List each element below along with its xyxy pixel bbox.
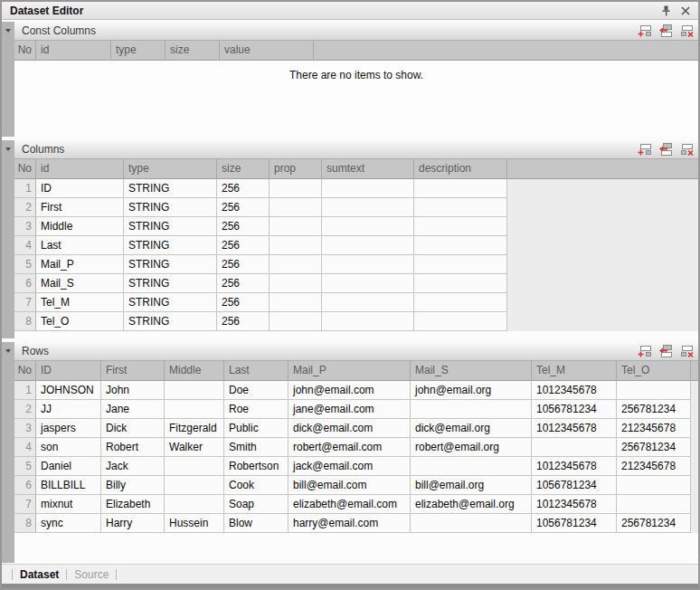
table-cell-tel-o[interactable]: 256781234 — [617, 438, 691, 457]
table-row[interactable]: 7 Tel_M STRING 256 — [14, 293, 698, 312]
table-cell-description[interactable] — [414, 312, 507, 331]
table-cell-mail-s[interactable]: bill@email.org — [411, 476, 532, 495]
table-cell-first[interactable]: Billy — [101, 476, 165, 495]
table-cell-id[interactable]: Tel_O — [36, 312, 124, 331]
table-cell-middle[interactable]: Fitzgerald — [165, 419, 224, 438]
table-cell-middle[interactable] — [165, 457, 224, 476]
column-header[interactable]: Last — [224, 361, 289, 381]
table-cell-id[interactable]: ID — [36, 179, 124, 198]
column-header[interactable]: type — [124, 159, 217, 179]
table-cell-prop[interactable] — [270, 198, 322, 217]
const-columns-collapse-button[interactable] — [2, 22, 14, 137]
table-cell-mail-p[interactable]: jack@email.com — [289, 457, 411, 476]
table-cell-id[interactable]: BILLBILL — [36, 476, 101, 495]
table-cell-size[interactable]: 256 — [217, 255, 270, 274]
table-cell-mail-s[interactable]: dick@email.org — [411, 419, 532, 438]
insert-item-button[interactable] — [657, 142, 674, 157]
table-cell-tel-o[interactable]: 212345678 — [617, 457, 691, 476]
table-cell-tel-m[interactable]: 1012345678 — [532, 419, 617, 438]
table-cell-id[interactable]: Tel_M — [36, 293, 124, 312]
rows-collapse-button[interactable] — [2, 342, 14, 563]
column-header[interactable]: Tel_O — [617, 361, 691, 381]
table-cell-mail-s[interactable]: elizabeth@email.org — [411, 495, 532, 514]
table-cell-prop[interactable] — [270, 236, 322, 255]
delete-item-button[interactable] — [678, 142, 695, 157]
column-header[interactable]: No — [14, 159, 36, 179]
table-cell-first[interactable]: Robert — [101, 438, 165, 457]
table-cell-id[interactable]: Middle — [36, 217, 124, 236]
table-row[interactable]: 8 Tel_O STRING 256 — [14, 312, 698, 331]
row-number-cell[interactable]: 7 — [14, 293, 36, 312]
table-cell-id[interactable]: JOHNSON — [36, 381, 101, 400]
table-row[interactable]: 6 Mail_S STRING 256 — [14, 274, 698, 293]
table-cell-mail-p[interactable]: elizabeth@email.com — [289, 495, 411, 514]
row-number-cell[interactable]: 7 — [14, 495, 36, 514]
table-cell-first[interactable]: Dick — [101, 419, 165, 438]
table-row[interactable]: 3 Middle STRING 256 — [14, 217, 698, 236]
close-button[interactable] — [678, 4, 693, 17]
table-cell-prop[interactable] — [270, 179, 322, 198]
row-number-cell[interactable]: 2 — [14, 400, 36, 419]
table-cell-type[interactable]: STRING — [124, 217, 217, 236]
table-cell-sumtext[interactable] — [322, 198, 414, 217]
column-header[interactable]: Tel_M — [532, 361, 617, 381]
table-cell-size[interactable]: 256 — [217, 236, 270, 255]
table-cell-prop[interactable] — [270, 293, 322, 312]
table-cell-sumtext[interactable] — [322, 217, 414, 236]
column-header[interactable]: ID — [36, 361, 101, 381]
table-cell-tel-m[interactable]: 1012345678 — [532, 457, 617, 476]
table-cell-id[interactable]: sync — [36, 514, 101, 533]
table-cell-description[interactable] — [414, 217, 507, 236]
table-cell-description[interactable] — [414, 255, 507, 274]
table-row[interactable]: 4 Last STRING 256 — [14, 236, 698, 255]
table-cell-middle[interactable]: Hussein — [165, 514, 224, 533]
table-cell-mail-p[interactable]: harry@email.com — [289, 514, 411, 533]
row-number-cell[interactable]: 6 — [14, 274, 36, 293]
table-cell-tel-o[interactable] — [617, 381, 691, 400]
pin-button[interactable] — [658, 4, 673, 17]
table-cell-tel-m[interactable]: 1056781234 — [532, 476, 617, 495]
table-cell-type[interactable]: STRING — [124, 255, 217, 274]
table-cell-middle[interactable] — [165, 381, 224, 400]
table-cell-prop[interactable] — [270, 312, 322, 331]
table-cell-last[interactable]: Cook — [224, 476, 289, 495]
table-cell-last[interactable]: Doe — [224, 381, 289, 400]
table-cell-id[interactable]: jaspers — [36, 419, 101, 438]
table-cell-sumtext[interactable] — [322, 255, 414, 274]
table-cell-tel-o[interactable] — [617, 476, 691, 495]
column-header[interactable]: Middle — [165, 361, 224, 381]
table-cell-type[interactable]: STRING — [124, 312, 217, 331]
table-cell-prop[interactable] — [270, 217, 322, 236]
table-row[interactable]: 2 JJ Jane Roe jane@email.com 1056781234 … — [14, 400, 698, 419]
table-cell-size[interactable]: 256 — [217, 274, 270, 293]
column-header[interactable]: size — [166, 41, 220, 61]
table-cell-mail-s[interactable]: john@email.org — [411, 381, 532, 400]
column-header[interactable]: id — [36, 41, 111, 61]
table-cell-size[interactable]: 256 — [217, 293, 270, 312]
insert-item-button[interactable] — [657, 24, 674, 38]
delete-item-button[interactable] — [678, 344, 695, 358]
table-cell-tel-m[interactable]: 1056781234 — [532, 400, 617, 419]
table-cell-id[interactable]: JJ — [36, 400, 101, 419]
table-cell-type[interactable]: STRING — [124, 293, 217, 312]
table-cell-id[interactable]: Mail_S — [36, 274, 124, 293]
insert-item-button[interactable] — [657, 344, 674, 358]
column-header[interactable]: No — [14, 361, 36, 381]
table-cell-size[interactable]: 256 — [217, 312, 270, 331]
table-row[interactable]: 3 jaspers Dick Fitzgerald Public dick@em… — [14, 419, 698, 438]
table-cell-description[interactable] — [414, 179, 507, 198]
table-cell-id[interactable]: First — [36, 198, 124, 217]
table-cell-last[interactable]: Smith — [224, 438, 289, 457]
table-cell-sumtext[interactable] — [322, 179, 414, 198]
table-cell-middle[interactable] — [165, 476, 224, 495]
table-cell-description[interactable] — [414, 236, 507, 255]
table-cell-middle[interactable] — [165, 495, 224, 514]
column-header[interactable]: size — [217, 159, 270, 179]
column-header[interactable]: Mail_P — [289, 361, 411, 381]
table-cell-tel-o[interactable]: 256781234 — [617, 400, 691, 419]
table-row[interactable]: 5 Daniel Jack Robertson jack@email.com 1… — [14, 457, 698, 476]
row-number-cell[interactable]: 4 — [14, 236, 36, 255]
table-cell-mail-s[interactable] — [411, 457, 532, 476]
add-item-button[interactable] — [637, 24, 653, 38]
table-cell-size[interactable]: 256 — [217, 217, 270, 236]
